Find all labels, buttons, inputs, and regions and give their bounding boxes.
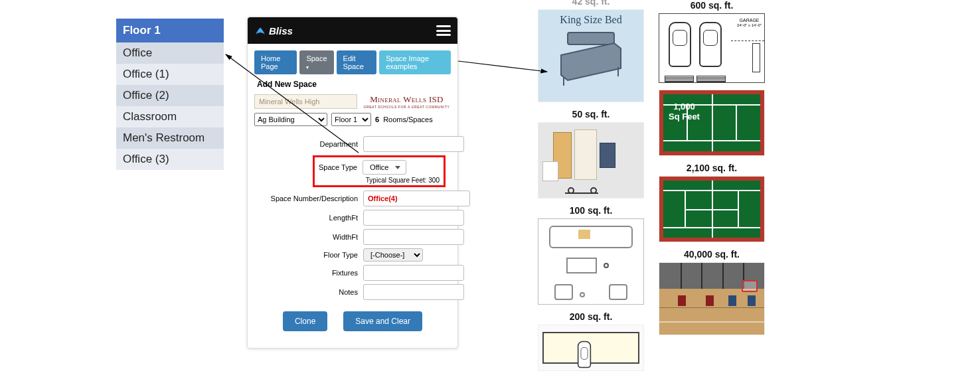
save-clear-button[interactable]: Save and Clear — [343, 311, 422, 331]
house-plan-illustration: GARAGE 24'-0" x 14'-0" — [659, 13, 765, 83]
typical-sqft: Typical Square Feet: 300 — [319, 177, 440, 184]
notes-label: Notes — [260, 288, 359, 296]
edit-space-button[interactable]: Edit Space — [337, 50, 377, 74]
home-button[interactable]: Home Page — [254, 50, 297, 74]
examples-button[interactable]: Space Image examples — [379, 50, 451, 74]
list-item[interactable]: Classroom — [116, 106, 224, 127]
space-dropdown[interactable]: Space ▾ — [299, 50, 333, 74]
menu-icon[interactable] — [436, 25, 451, 36]
living-illustration — [538, 218, 644, 305]
width-input[interactable] — [363, 229, 464, 245]
app-panel: Bliss Home Page Space ▾ Edit Space Space… — [247, 17, 458, 348]
app-topbar: Bliss — [248, 17, 457, 44]
example-caption: 2,100 sq. ft. — [659, 163, 765, 173]
length-label: LengthFt — [260, 214, 359, 222]
district-input[interactable] — [254, 94, 357, 109]
floor-list: Floor 1 Office Office (1) Office (2) Cla… — [116, 19, 224, 170]
floor-type-select[interactable]: [-Choose-] — [363, 248, 423, 262]
svg-rect-0 — [568, 33, 614, 44]
space-type-value: Office — [370, 163, 389, 171]
court-illustration — [659, 176, 765, 242]
list-item[interactable]: Office (2) — [116, 85, 224, 106]
fixtures-label: Fixtures — [260, 269, 359, 277]
length-input[interactable] — [363, 210, 464, 226]
list-item[interactable]: Office (1) — [116, 64, 224, 85]
nav-row: Home Page Space ▾ Edit Space Space Image… — [248, 44, 457, 77]
examples-column-2: 600 sq. ft. GARAGE 24'-0" x 14'-0" — [659, 0, 765, 342]
example-caption: 600 sq. ft. — [659, 0, 765, 11]
list-item[interactable]: Men's Restroom — [116, 127, 224, 149]
room-count: 6 — [375, 116, 379, 123]
district-tagline: GREAT SCHOOLS FOR A GREAT COMMUNITY — [363, 105, 451, 109]
storage-illustration — [538, 122, 644, 198]
list-item[interactable]: Office (3) — [116, 149, 224, 170]
department-input[interactable] — [363, 136, 464, 152]
garage-label: GARAGE 24'-0" x 14'-0" — [737, 18, 762, 27]
example-caption: 42 sq. ft. — [538, 0, 644, 7]
bed-icon — [554, 29, 627, 88]
width-label: WidthFt — [260, 233, 359, 241]
court-label: 1,000 Sq Feet — [669, 102, 700, 122]
district-name: Mineral Wells ISD — [363, 94, 451, 105]
floor-select[interactable]: Floor 1 — [331, 113, 371, 126]
space-type-label: Space Type — [319, 163, 357, 171]
space-type-highlight: Space Type Office Typical Square Feet: 3… — [313, 155, 446, 187]
list-item[interactable]: Office — [116, 42, 224, 64]
department-label: Department — [260, 140, 359, 148]
examples-column-1: 42 sq. ft. King Size Bed 50 sq. ft. — [538, 0, 644, 378]
example-caption: 40,000 sq. ft. — [659, 249, 765, 260]
garage-room-illustration — [538, 325, 644, 371]
court-illustration: 1,000 Sq Feet — [659, 90, 765, 156]
fixtures-input[interactable] — [363, 265, 464, 281]
floor-header: Floor 1 — [116, 19, 224, 42]
brand-icon — [254, 25, 266, 37]
clone-button[interactable]: Clone — [283, 311, 327, 331]
notes-input[interactable] — [363, 284, 464, 300]
desc-input[interactable] — [363, 191, 470, 206]
space-form: Department Space Type Office Typical Squ… — [248, 130, 457, 346]
building-select[interactable]: Ag Building — [254, 113, 327, 126]
example-caption: 100 sq. ft. — [538, 205, 644, 216]
svg-line-4 — [458, 61, 547, 72]
example-caption: 200 sq. ft. — [538, 311, 644, 322]
district-logo: Mineral Wells ISD GREAT SCHOOLS FOR A GR… — [363, 94, 451, 109]
floor-type-label: Floor Type — [260, 251, 359, 259]
brand: Bliss — [254, 25, 293, 37]
space-type-select[interactable]: Office — [363, 160, 407, 175]
bed-illustration: King Size Bed — [538, 9, 644, 102]
section-title: Add New Space — [248, 77, 457, 92]
room-count-label: Rooms/Spaces — [383, 116, 433, 123]
gym-illustration — [659, 262, 765, 335]
chevron-down-icon — [395, 166, 400, 169]
brand-text: Bliss — [269, 25, 293, 37]
bed-title: King Size Bed — [560, 14, 621, 26]
desc-label: Space Number/Description — [260, 194, 359, 202]
example-caption: 50 sq. ft. — [538, 109, 644, 119]
